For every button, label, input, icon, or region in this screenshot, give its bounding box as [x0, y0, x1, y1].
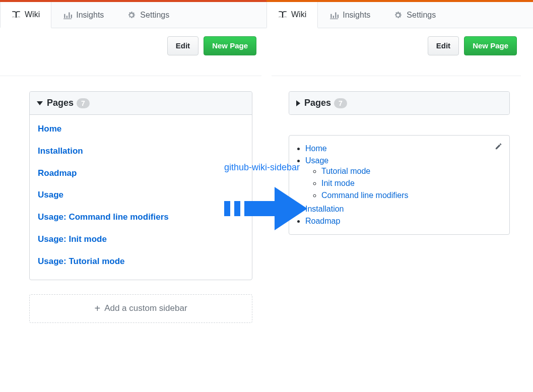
add-custom-sidebar-button[interactable]: + Add a custom sidebar: [29, 294, 252, 323]
divider: [272, 76, 521, 76]
tab-wiki-label: Wiki: [25, 10, 40, 19]
chevron-right-icon: [296, 100, 300, 106]
page-link[interactable]: Usage: Tutorial mode: [38, 250, 244, 273]
tab-insights[interactable]: Insights: [51, 2, 115, 28]
pages-box: Pages 7: [289, 91, 510, 115]
pages-count: 7: [334, 98, 347, 108]
tab-bar: Wiki Insights Settings: [266, 0, 533, 28]
list-item: Init mode: [321, 177, 502, 189]
pages-count: 7: [77, 98, 90, 108]
tab-insights-label: Insights: [343, 11, 370, 20]
page-link[interactable]: Usage: Command line modifiers: [38, 206, 244, 228]
divider: [0, 76, 261, 76]
sidebar-link-home[interactable]: Home: [305, 144, 327, 153]
pages-header[interactable]: Pages 7: [289, 92, 509, 114]
gear-icon: [393, 11, 403, 20]
edit-button[interactable]: Edit: [167, 36, 198, 55]
pages-header-label: Pages: [304, 98, 331, 108]
sidebar-link-roadmap[interactable]: Roadmap: [305, 217, 340, 225]
list-item: Tutorial mode: [321, 165, 502, 177]
tab-wiki[interactable]: Wiki: [266, 2, 318, 28]
list-item: Roadmap: [305, 215, 502, 227]
book-icon: [12, 10, 21, 19]
list-item: Installation: [305, 203, 502, 215]
sidebar-link-usage[interactable]: Usage: [305, 156, 328, 165]
edit-button[interactable]: Edit: [428, 36, 459, 55]
book-icon: [278, 10, 287, 19]
tab-settings-label: Settings: [407, 11, 436, 20]
sidebar-link-installation[interactable]: Installation: [305, 205, 344, 213]
page-link[interactable]: Usage: [38, 184, 244, 206]
pages-header[interactable]: Pages 7: [30, 92, 252, 115]
graph-icon: [63, 11, 72, 20]
tab-wiki[interactable]: Wiki: [0, 2, 51, 28]
toolbar: Edit New Page: [0, 28, 266, 76]
chevron-down-icon: [37, 101, 43, 105]
page-link[interactable]: Home: [38, 118, 244, 140]
sidebar-box: Home Usage Tutorial mode Init mode Comma…: [289, 135, 510, 235]
list-item: Usage Tutorial mode Init mode Command li…: [305, 155, 502, 203]
edit-sidebar-icon[interactable]: [495, 143, 502, 150]
pages-box: Pages 7 Home Installation Roadmap Usage …: [29, 91, 252, 280]
page-link[interactable]: Installation: [38, 140, 244, 162]
add-sidebar-label: Add a custom sidebar: [104, 303, 187, 313]
tab-settings[interactable]: Settings: [382, 2, 447, 28]
gear-icon: [127, 11, 136, 20]
tab-insights-label: Insights: [76, 11, 104, 20]
tab-settings[interactable]: Settings: [115, 2, 181, 28]
sidebar-link-init[interactable]: Init mode: [321, 179, 355, 187]
toolbar: Edit New Page: [266, 28, 533, 76]
tab-insights[interactable]: Insights: [318, 2, 382, 28]
new-page-button[interactable]: New Page: [464, 36, 517, 55]
pages-header-label: Pages: [47, 98, 74, 108]
tab-bar: Wiki Insights Settings: [0, 0, 266, 28]
tab-settings-label: Settings: [140, 11, 169, 20]
sidebar-link-cmd[interactable]: Command line modifiers: [321, 191, 409, 200]
list-item: Home: [305, 143, 502, 155]
tab-wiki-label: Wiki: [291, 10, 306, 19]
new-page-button[interactable]: New Page: [204, 36, 256, 55]
page-link[interactable]: Usage: Init mode: [38, 228, 244, 250]
list-item: Command line modifiers: [321, 189, 502, 202]
sidebar-link-tutorial[interactable]: Tutorial mode: [321, 167, 370, 175]
graph-icon: [329, 11, 339, 20]
plus-icon: +: [94, 303, 100, 314]
page-link[interactable]: Roadmap: [38, 162, 244, 184]
